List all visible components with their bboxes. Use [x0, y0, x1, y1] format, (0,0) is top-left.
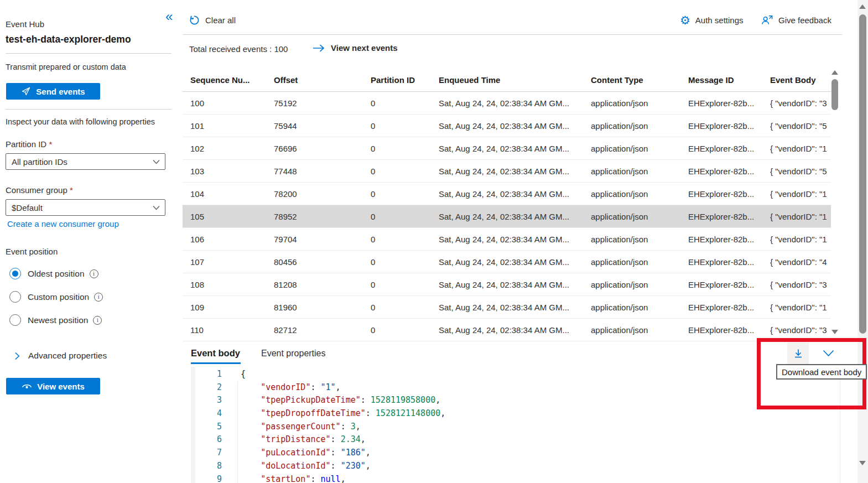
table-cell: 0 [363, 98, 431, 108]
code-line: 6 "tripDistance": 2.34, [191, 433, 840, 446]
table-row[interactable]: 110827120Sat, Aug 24, 24, 02:38:34 AM GM… [183, 319, 831, 341]
table-cell: 108 [183, 280, 266, 289]
table-cell: application/json [583, 280, 680, 289]
advanced-properties-toggle[interactable]: Advanced properties [14, 351, 107, 361]
view-events-button[interactable]: View events [6, 378, 100, 394]
view-next-events-button[interactable]: View next events [313, 43, 398, 53]
table-cell: 76696 [266, 144, 363, 153]
table-cell: Sat, Aug 24, 24, 02:38:34 AM GM... [431, 235, 583, 244]
column-header[interactable]: Event Body [762, 75, 831, 85]
table-row[interactable]: 101759440Sat, Aug 24, 24, 02:38:34 AM GM… [183, 115, 831, 137]
table-cell: 109 [183, 303, 266, 312]
table-cell: 79704 [266, 235, 363, 244]
table-cell: EHExplorer-82b... [680, 303, 762, 312]
radio-oldest-position[interactable]: Oldest position [9, 268, 103, 279]
code-text: "tpepDropoffDateTime": 1528121148000, [222, 407, 445, 420]
code-text: "doLocationId": "230", [222, 460, 371, 473]
table-cell: Sat, Aug 24, 24, 02:38:34 AM GM... [431, 144, 583, 153]
table-cell: { "vendorID": "1 [762, 235, 831, 244]
table-cell: 75944 [266, 121, 363, 131]
code-text: "tpepPickupDateTime": 1528119858000, [222, 394, 440, 407]
page-scrollbar[interactable] [857, 0, 868, 483]
table-cell: { "vendorID": "3 [762, 98, 831, 108]
table-cell: Sat, Aug 24, 24, 02:38:34 AM GM... [431, 98, 583, 108]
give-feedback-button[interactable]: Give feedback [761, 14, 831, 25]
table-row[interactable]: 104782000Sat, Aug 24, 24, 02:38:34 AM GM… [183, 183, 831, 205]
table-cell: EHExplorer-82b... [680, 212, 762, 221]
tab-event-properties[interactable]: Event properties [261, 349, 326, 359]
radio-circle-icon[interactable] [9, 291, 21, 303]
scroll-up-icon[interactable] [831, 70, 838, 75]
table-cell: { "vendorID": "1 [762, 303, 831, 312]
total-received-events: Total received events : 100 [189, 44, 288, 54]
table-cell: 0 [363, 235, 431, 244]
table-cell: application/json [583, 189, 680, 199]
clear-all-button[interactable]: Clear all [189, 14, 236, 26]
events-table: Sequence Nu...OffsetPartition IDEnqueued… [183, 68, 831, 341]
scrollbar-thumb[interactable] [831, 79, 838, 110]
send-events-button[interactable]: Send events [6, 83, 100, 100]
table-cell: 107 [183, 257, 266, 267]
table-row[interactable]: 106797040Sat, Aug 24, 24, 02:38:34 AM GM… [183, 228, 831, 251]
table-row[interactable]: 108812080Sat, Aug 24, 24, 02:38:34 AM GM… [183, 273, 831, 296]
table-cell: 104 [183, 189, 266, 199]
info-icon[interactable] [94, 293, 103, 302]
download-event-body-button[interactable] [787, 342, 809, 364]
table-cell: 0 [363, 167, 431, 176]
active-tab-underline [191, 362, 241, 364]
line-number: 8 [191, 460, 222, 473]
table-row[interactable]: 109819600Sat, Aug 24, 24, 02:38:34 AM GM… [183, 296, 831, 319]
scroll-down-icon[interactable] [831, 330, 838, 334]
create-consumer-group-link[interactable]: Create a new consumer group [7, 219, 119, 228]
table-cell: application/json [583, 303, 680, 312]
table-cell: EHExplorer-82b... [680, 98, 762, 108]
radio-custom-position[interactable]: Custom position [9, 291, 103, 303]
collapse-sidebar-icon[interactable]: « [165, 10, 173, 23]
table-cell: { "vendorID": "1 [762, 189, 831, 199]
table-cell: application/json [583, 98, 680, 108]
info-icon[interactable] [90, 269, 98, 278]
tab-event-body[interactable]: Event body [191, 348, 240, 359]
line-number: 3 [191, 394, 222, 407]
column-header[interactable]: Sequence Nu... [183, 75, 266, 85]
table-cell: 105 [183, 212, 266, 221]
code-line: 5 "passengerCount": 3, [191, 420, 840, 434]
partition-id-select[interactable]: All partition IDs [6, 153, 165, 170]
scrollbar-thumb[interactable] [859, 14, 866, 334]
table-cell: 100 [183, 98, 266, 108]
column-header[interactable]: Content Type [583, 75, 680, 85]
table-cell: { "vendorID": "3 [762, 280, 831, 289]
required-asterisk: * [49, 139, 52, 149]
download-options-chevron-button[interactable] [817, 342, 839, 364]
column-header[interactable]: Partition ID [363, 75, 431, 85]
code-text: "vendorID": "1", [222, 381, 341, 394]
column-header[interactable]: Message ID [680, 75, 762, 85]
table-row[interactable]: 100751920Sat, Aug 24, 24, 02:38:34 AM GM… [183, 92, 831, 115]
consumer-group-select[interactable]: $Default [6, 199, 165, 216]
radio-label: Custom position [28, 292, 89, 302]
table-cell: EHExplorer-82b... [680, 235, 762, 244]
table-row[interactable]: 102766960Sat, Aug 24, 24, 02:38:34 AM GM… [183, 137, 831, 160]
table-row[interactable]: 103774480Sat, Aug 24, 24, 02:38:34 AM GM… [183, 160, 831, 183]
table-scrollbar[interactable] [830, 70, 839, 337]
column-header[interactable]: Offset [266, 75, 363, 85]
table-cell: Sat, Aug 24, 24, 02:38:34 AM GM... [431, 189, 583, 199]
radio-circle-icon[interactable] [9, 314, 21, 326]
table-cell: 81208 [266, 280, 363, 289]
event-body-code-editor[interactable]: 1{2 "vendorID": "1",3 "tpepPickupDateTim… [191, 367, 840, 483]
radio-newest-position[interactable]: Newest position [9, 314, 103, 326]
column-header[interactable]: Enqueued Time [431, 75, 583, 85]
info-icon[interactable] [93, 316, 102, 325]
table-cell: Sat, Aug 24, 24, 02:38:34 AM GM... [431, 280, 583, 289]
scroll-up-icon[interactable] [859, 4, 866, 9]
table-cell: 0 [363, 280, 431, 289]
table-cell: { "vendorID": "5 [762, 121, 831, 131]
auth-settings-button[interactable]: ⚙ Auth settings [680, 14, 744, 26]
table-cell: 78200 [266, 189, 363, 199]
table-row[interactable]: 105789520Sat, Aug 24, 24, 02:38:34 AM GM… [183, 205, 831, 228]
scroll-down-icon[interactable] [859, 461, 866, 465]
table-row[interactable]: 107804560Sat, Aug 24, 24, 02:38:34 AM GM… [183, 251, 831, 273]
chevron-down-icon [153, 159, 160, 164]
radio-circle-icon[interactable] [9, 268, 21, 279]
table-cell: Sat, Aug 24, 24, 02:38:34 AM GM... [431, 257, 583, 267]
